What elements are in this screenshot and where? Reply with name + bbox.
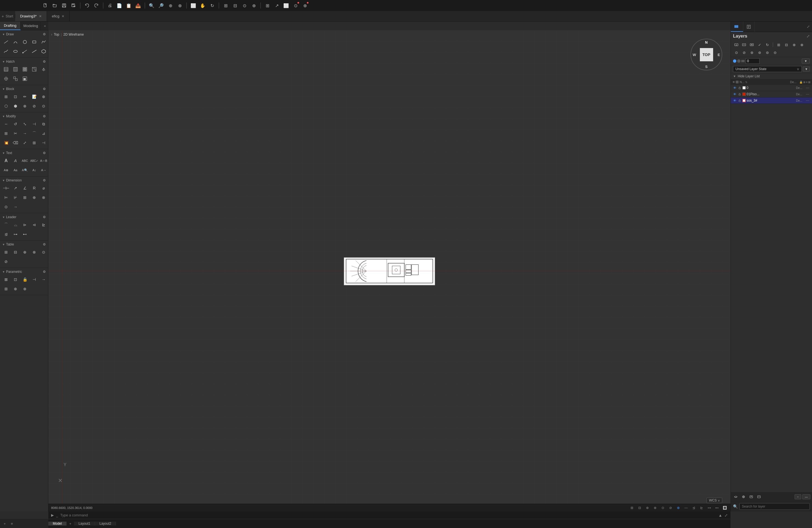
table2-tool[interactable]: ⊟ [11,248,20,256]
eficg-tab[interactable]: eficg ✕ [47,11,70,21]
left-menu-btn[interactable]: ≡ [9,521,15,527]
text7-tool[interactable]: Aa [11,166,20,175]
create-block-tool[interactable]: ⊡ [11,92,20,101]
textedit-tool[interactable]: ABC [20,156,29,165]
layer-row-sos3[interactable]: 👁 sos_3# De... — [731,98,812,104]
param7-tool[interactable]: ⊕ [11,284,20,293]
left-add-btn[interactable]: + [2,521,8,527]
layer-row-0[interactable]: 👁 0 De... — [731,85,812,91]
view-zoom2-icon[interactable]: 🔎 [157,2,165,10]
dimbaseline-tool[interactable]: ⊨ [2,193,11,202]
dimension-section-header[interactable]: ▼ Dimension ⚙ [0,178,48,183]
table5-tool[interactable]: ⊙ [39,248,48,256]
table6-tool[interactable]: ⊘ [2,257,11,266]
param4-tool[interactable]: ⊣ [30,275,39,284]
block2-tool[interactable]: ⬡ [2,102,11,111]
param5-tool[interactable]: → [39,275,48,284]
param8-tool[interactable]: ⊗ [20,284,29,293]
close-drawing3-icon[interactable]: ✕ [39,14,42,18]
leader4-tool[interactable]: ⊲ [30,220,39,229]
hatch-settings-icon[interactable]: ⚙ [43,60,46,63]
chamfer-tool[interactable]: ⊿ [39,129,48,138]
layer-01piso-color[interactable] [742,92,746,96]
publish-icon[interactable]: 📤 [134,2,142,10]
copy-tool[interactable]: ⧉ [39,120,48,128]
layer-name-header[interactable]: N... ⇅ [740,80,787,84]
status-lw-icon[interactable]: — [683,505,689,511]
ray-tool[interactable] [20,47,29,56]
layer-state-dropdown[interactable]: Unsaved Layer State ∨ [733,66,802,72]
text-settings-icon[interactable]: ⚙ [43,151,46,155]
mirror-tool[interactable]: ⊣ [30,120,39,128]
page-setup-icon[interactable]: 📋 [125,2,133,10]
offset-tool[interactable]: ⊞ [2,129,11,138]
hatch3-tool[interactable] [30,65,39,74]
close-eficg-icon[interactable]: ✕ [62,14,64,18]
tool3-icon[interactable]: ⬜ [282,2,290,10]
leader6-tool[interactable]: ⊴ [2,230,11,239]
stretch-tool[interactable]: ⤢ [20,138,29,147]
arc-tool[interactable] [11,38,20,46]
text-section-header[interactable]: ▼ Text ⚙ [0,150,48,156]
spline-tool[interactable] [2,47,11,56]
dimcontinue-tool[interactable]: ⊬ [11,193,20,202]
status-app-icon[interactable]: 🔳 [722,505,728,511]
model-tab[interactable]: Model [48,522,67,526]
layer-filter5-btn[interactable]: ⊙ [733,49,740,56]
block3-tool[interactable]: ⬢ [11,102,20,111]
hatch4-tool[interactable] [39,65,48,74]
dim12-tool[interactable]: → [11,202,20,211]
layer-state-settings-btn[interactable]: ▼ [803,67,810,72]
text9-tool[interactable]: A↕ [30,166,39,175]
tool5-icon[interactable]: ⊕ [301,2,309,10]
edit-block-tool[interactable]: ✏ [20,92,29,101]
param-settings-icon[interactable]: ⚙ [43,270,46,274]
circle-tool[interactable] [20,38,29,46]
break-tool[interactable]: ⊣ [39,138,48,147]
dim10-tool[interactable]: ⊗ [39,193,48,202]
hatch6-tool[interactable] [11,74,20,83]
dimangular-tool[interactable]: ∠ [20,184,29,192]
status-snap-icon[interactable]: ⊟ [637,505,643,511]
attdef-tool[interactable]: 📝 [30,92,39,101]
hide-layer-row[interactable]: ▼ Hide Layer List [731,73,812,79]
layer-current-btn[interactable]: ✓ [756,41,763,48]
status-grid-icon[interactable]: ⊞ [629,505,635,511]
layer-sos3-vis-icon[interactable]: 👁 [733,98,737,103]
param2-tool[interactable]: ⊡ [11,275,20,284]
ellipse-tool[interactable] [11,47,20,56]
snap4-icon[interactable]: ⊕ [250,2,258,10]
status-qp-icon[interactable]: ⊵ [698,505,705,511]
drawing3-tab[interactable]: Drawing3* ✕ [15,11,47,21]
viewport[interactable]: › Top | 2D Wireframe [48,30,730,511]
rect-tool[interactable] [30,38,39,46]
command-input[interactable] [60,513,716,517]
parametric-section-header[interactable]: ▼ Parametric ⚙ [0,269,48,275]
orbit-icon[interactable]: ↻ [208,2,216,10]
param6-tool[interactable]: ⊞ [2,284,11,293]
layer-filter9-btn[interactable]: ⊜ [764,49,771,56]
base-tool[interactable]: ⊕ [39,92,48,101]
hatch-section-header[interactable]: ▼ Hatch ⚙ [0,59,48,64]
saveas-file-icon[interactable] [70,2,77,10]
layer-filter8-btn[interactable]: ⊚ [756,49,763,56]
array-tool[interactable]: ⊞ [30,138,39,147]
status-tp-icon[interactable]: ⊴ [691,505,697,511]
leader7-tool[interactable]: ⊶ [11,230,20,239]
leader8-tool[interactable]: ⊷ [20,230,29,239]
mtext-tool[interactable]: A [11,156,20,165]
leader1-tool[interactable]: ⌒ [2,220,11,229]
open-file-icon[interactable] [51,2,59,10]
layer-filter10-btn[interactable]: ⊝ [772,49,778,56]
layer-new2-btn[interactable] [741,41,748,48]
add-layout-btn[interactable]: + [67,522,74,526]
layer-new-btn[interactable] [733,41,740,48]
dim9-tool[interactable]: ⊕ [30,193,39,202]
polyline-tool[interactable] [39,38,48,46]
find-tool[interactable]: A↔B [39,156,48,165]
undo-icon[interactable] [83,2,91,10]
new-file-icon[interactable] [41,2,49,10]
snap-icon[interactable]: ⊞ [222,2,230,10]
polygon-tool[interactable] [39,47,48,56]
hatch7-tool[interactable]: ▦ [20,74,29,83]
